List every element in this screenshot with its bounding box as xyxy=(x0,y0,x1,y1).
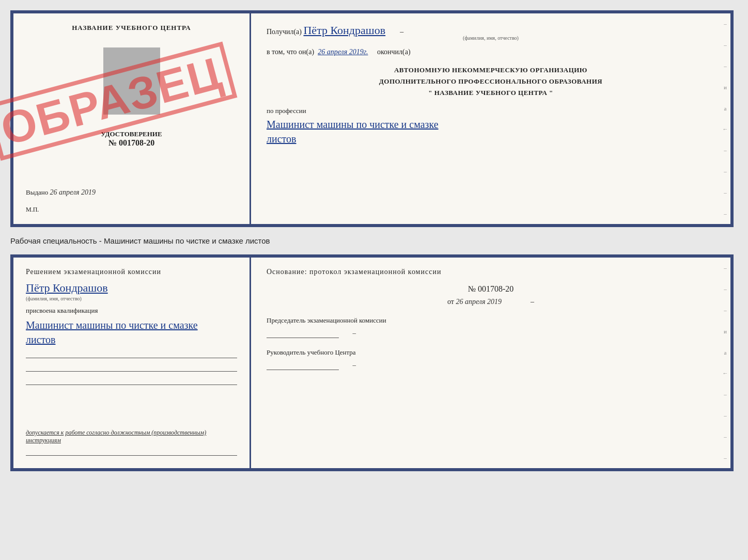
assigned-text: присвоена квалификация xyxy=(26,307,237,315)
cert-number-block: УДОСТОВЕРЕНИЕ № 001708-20 xyxy=(26,130,237,148)
underline-3 xyxy=(26,376,237,385)
issued-label: Выдано xyxy=(26,188,48,196)
profession-label: по профессии xyxy=(267,107,715,115)
profession-text: Машинист машины по чистке и смазке листо… xyxy=(267,117,715,146)
qual-person-subtitle: (фамилия, имя, отчество) xyxy=(26,296,237,301)
recipient-name: Пётр Кондрашов xyxy=(303,24,385,37)
protocol-number: № 001708-20 xyxy=(267,284,715,294)
decision-text: Решением экзаменационной комиссии xyxy=(26,268,237,276)
org-line1: АВТОНОМНУЮ НЕКОММЕРЧЕСКУЮ ОРГАНИЗАЦИЮ xyxy=(267,65,715,76)
cert-number: № 001708-20 xyxy=(26,138,237,148)
allowed-prefix: допускается к xyxy=(26,429,64,436)
cert-label: УДОСТОВЕРЕНИЕ xyxy=(26,130,237,138)
diploma-center-name: НАЗВАНИЕ УЧЕБНОГО ЦЕНТРА xyxy=(26,24,237,32)
date-suffix: окончил(а) xyxy=(377,48,411,56)
qual-name-block: Пётр Кондрашов (фамилия, имя, отчество) xyxy=(26,281,237,307)
qual-left-panel: Решением экзаменационной комиссии Пётр К… xyxy=(13,258,251,468)
photo-placeholder xyxy=(103,47,160,115)
protocol-date: от 26 апреля 2019 – xyxy=(267,298,715,306)
profession-line2: листов xyxy=(267,133,296,145)
underline-1 xyxy=(26,349,237,358)
underline-2 xyxy=(26,362,237,372)
protocol-date-prefix: от xyxy=(447,298,454,306)
allowed-text: допускается к работе согласно должностны… xyxy=(26,424,237,444)
diploma-left-panel: НАЗВАНИЕ УЧЕБНОГО ЦЕНТРА ОБРАЗЕЦ УДОСТОВ… xyxy=(13,13,251,224)
profession-line1: Машинист машины по чистке и смазке xyxy=(267,119,439,130)
qual-profession-line2: листов xyxy=(26,334,55,345)
chairman-label: Председатель экзаменационной комиссии xyxy=(267,316,715,325)
basis-text: Основание: протокол экзаменационной коми… xyxy=(267,268,715,276)
org-line2: ДОПОЛНИТЕЛЬНОГО ПРОФЕССИОНАЛЬНОГО ОБРАЗО… xyxy=(267,76,715,87)
specialty-label: Рабочая специальность - Машинист машины … xyxy=(10,233,738,248)
qual-right-panel: Основание: протокол экзаменационной коми… xyxy=(251,258,730,468)
page-wrapper: НАЗВАНИЕ УЧЕБНОГО ЦЕНТРА ОБРАЗЕЦ УДОСТОВ… xyxy=(10,10,738,471)
protocol-date-value: 26 апреля 2019 xyxy=(456,298,501,306)
org-line3: " НАЗВАНИЕ УЧЕБНОГО ЦЕНТРА " xyxy=(267,87,715,99)
director-sig-line xyxy=(267,361,339,370)
diploma-card: НАЗВАНИЕ УЧЕБНОГО ЦЕНТРА ОБРАЗЕЦ УДОСТОВ… xyxy=(10,10,734,227)
issued-line: Выдано 26 апреля 2019 xyxy=(26,183,237,197)
received-line: Получил(а) Пётр Кондрашов – (фамилия, им… xyxy=(267,24,715,41)
mp-label: М.П. xyxy=(26,206,237,214)
org-block: АВТОНОМНУЮ НЕКОММЕРЧЕСКУЮ ОРГАНИЗАЦИЮ ДО… xyxy=(267,65,715,99)
qual-profession-text: Машинист машины по чистке и смазке листо… xyxy=(26,318,237,347)
chairman-block: Председатель экзаменационной комиссии – xyxy=(267,316,715,338)
qual-side-marks: – – – и а ← – – – – xyxy=(720,258,730,468)
issued-date: 26 апреля 2019 xyxy=(50,188,96,196)
chairman-sig-line xyxy=(267,329,339,338)
date-line: в том, что он(а) 26 апреля 2019г. окончи… xyxy=(267,48,715,56)
director-label: Руководитель учебного Центра xyxy=(267,348,715,357)
director-block: Руководитель учебного Центра – xyxy=(267,348,715,370)
underline-4 xyxy=(26,446,237,456)
qualification-card: Решением экзаменационной комиссии Пётр К… xyxy=(10,254,734,471)
date-prefix: в том, что он(а) xyxy=(267,48,314,56)
received-label: Получил(а) xyxy=(267,28,302,36)
qual-profession-line1: Машинист машины по чистке и смазке xyxy=(26,319,198,331)
date-value: 26 апреля 2019г. xyxy=(318,48,368,56)
qual-person-name: Пётр Кондрашов xyxy=(26,281,237,295)
diploma-right-panel: Получил(а) Пётр Кондрашов – (фамилия, им… xyxy=(251,13,730,224)
diploma-side-marks: – – – и а ← – – – – xyxy=(720,13,730,224)
